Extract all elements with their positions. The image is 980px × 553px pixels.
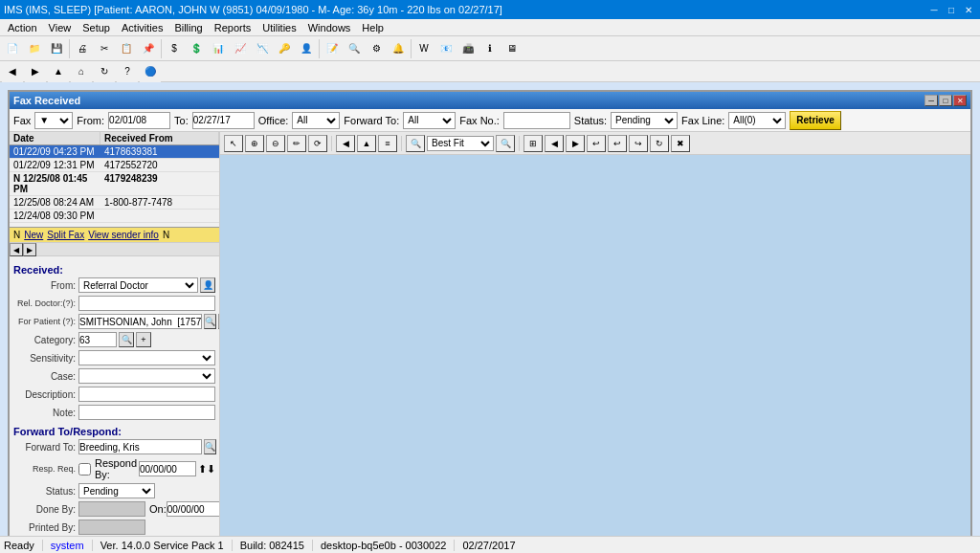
fax-restore-btn[interactable]: □ [939,95,952,106]
printed-by-input[interactable] [78,520,145,535]
category-input[interactable] [78,332,117,347]
scroll-left[interactable]: ◀ [10,243,23,256]
minimize-button[interactable]: ─ [926,2,942,17]
category-add-btn[interactable]: + [136,332,151,347]
tb2-up[interactable]: ▲ [48,61,69,82]
view-sender-link[interactable]: View sender info [88,230,159,240]
doc-tb-2[interactable]: ≡ [378,135,397,152]
to-date-input[interactable] [192,112,255,129]
doc-tb-nav1[interactable]: ⊞ [523,135,543,152]
for-patient-input[interactable] [78,314,202,329]
doc-tb-zoom-in[interactable]: ⊕ [245,135,264,152]
menu-action[interactable]: Action [2,21,43,34]
tb-b9[interactable]: 🔍 [344,38,365,59]
doc-tb-nav4[interactable]: ↩ [587,135,606,152]
restore-button[interactable]: □ [944,2,959,17]
tb-b8[interactable]: 📝 [322,38,343,59]
resp-req-checkbox[interactable] [78,463,91,476]
category-btn[interactable]: 🔍 [119,332,134,347]
tb-print[interactable]: 🖨 [72,38,93,59]
doc-tb-nav7[interactable]: ↻ [650,135,669,152]
tb-b11[interactable]: 🔔 [388,38,409,59]
status-combo[interactable]: Pending [611,112,678,129]
from-field-combo[interactable]: Referral Doctor [78,277,198,293]
tb-b15[interactable]: ℹ [479,38,501,59]
note-input[interactable] [78,405,215,420]
menu-view[interactable]: View [43,21,78,34]
menu-reports[interactable]: Reports [209,21,257,34]
case-combo[interactable] [78,368,215,384]
retrieve-button[interactable]: Retrieve [790,111,840,130]
tb-new[interactable]: 📄 [2,38,23,59]
patient-edit-btn[interactable]: + [218,314,219,329]
menu-utilities[interactable]: Utilities [256,21,301,34]
faxno-input[interactable] [503,112,570,129]
from-date-input[interactable] [108,112,170,129]
patient-search-btn[interactable]: 🔍 [204,314,216,329]
tb-b4[interactable]: 📈 [230,38,251,59]
tb-open[interactable]: 📁 [24,38,45,59]
forward-to-btn[interactable]: 🔍 [204,439,216,454]
tb-b13[interactable]: 📧 [435,38,457,59]
menu-activities[interactable]: Activities [116,21,168,34]
menu-help[interactable]: Help [356,21,390,34]
list-row[interactable]: 12/24/08 09:30 PM [10,210,219,223]
menu-windows[interactable]: Windows [302,21,357,34]
list-row[interactable]: 12/25/08 08:24 AM 1-800-877-7478 [10,196,219,210]
sensitivity-combo[interactable] [78,350,215,365]
doc-tb-zoom-reset[interactable]: 🔍 [496,135,515,152]
close-button[interactable]: ✕ [961,2,976,17]
tb-b10[interactable]: ⚙ [366,38,387,59]
new-link[interactable]: New [24,230,43,240]
doc-tb-1[interactable]: ▲ [357,135,376,152]
tb-b7[interactable]: 👤 [296,38,317,59]
description-input[interactable] [78,387,215,402]
doc-tb-nav6[interactable]: ↪ [629,135,648,152]
tb-cut[interactable]: ✂ [94,38,115,59]
menu-setup[interactable]: Setup [77,21,116,34]
fax-close-btn[interactable]: ✕ [953,95,967,106]
doc-tb-zoom-out[interactable]: ⊖ [266,135,285,152]
forward-to-input[interactable] [78,439,202,454]
respond-by-input[interactable] [139,461,196,476]
menu-billing[interactable]: Billing [168,21,208,34]
doc-tb-arrow[interactable]: ↖ [224,135,243,152]
faxline-combo[interactable]: All(0) [728,112,786,129]
split-fax-link[interactable]: Split Fax [47,230,84,240]
zoom-combo[interactable]: Best Fit [427,136,494,151]
tb2-refresh[interactable]: ↻ [94,61,115,82]
forward-combo[interactable]: All [403,112,456,129]
from-field-btn[interactable]: 👤 [200,277,215,293]
tb2-help[interactable]: ? [117,61,138,82]
doc-tb-zoom-magnify[interactable]: 🔍 [406,135,425,152]
tb-b1[interactable]: $ [164,38,185,59]
tb-b5[interactable]: 📉 [252,38,273,59]
doc-tb-nav3[interactable]: ▶ [566,135,585,152]
tb-copy[interactable]: 📋 [116,38,137,59]
tb-b14[interactable]: 📠 [457,38,479,59]
doc-tb-rotate[interactable]: ⟳ [308,135,327,152]
on-input[interactable] [167,501,219,517]
list-row[interactable]: 01/22/09 12:31 PM 4172552720 [10,159,219,172]
tb-b3[interactable]: 📊 [208,38,229,59]
doc-tb-fit[interactable]: ✏ [287,135,306,152]
done-by-input[interactable] [78,501,145,517]
doc-tb-prev-page[interactable]: ◀ [336,135,355,152]
tb-save-doc[interactable]: 💾 [46,38,67,59]
office-combo[interactable]: All [292,112,340,129]
tb2-back[interactable]: ◀ [2,61,23,82]
rel-doctor-input[interactable] [78,296,215,311]
doc-tb-nav8[interactable]: ✖ [671,135,690,152]
tb-b6[interactable]: 🔑 [274,38,295,59]
list-row[interactable]: N 12/25/08 01:45 PM 4179248239 [10,172,219,196]
fax-minimize-btn[interactable]: ─ [924,95,938,106]
doc-tb-nav2[interactable]: ◀ [545,135,564,152]
list-row[interactable]: 01/22/09 04:23 PM 4178639381 [10,145,219,159]
tb2-home[interactable]: ⌂ [71,61,92,82]
status-field-combo[interactable]: Pending [78,483,155,498]
tb-b2[interactable]: 💲 [186,38,207,59]
tb2-info[interactable]: 🔵 [140,61,161,82]
tb-paste[interactable]: 📌 [138,38,159,59]
tb2-forward[interactable]: ▶ [25,61,46,82]
scroll-right[interactable]: ▶ [23,243,36,256]
